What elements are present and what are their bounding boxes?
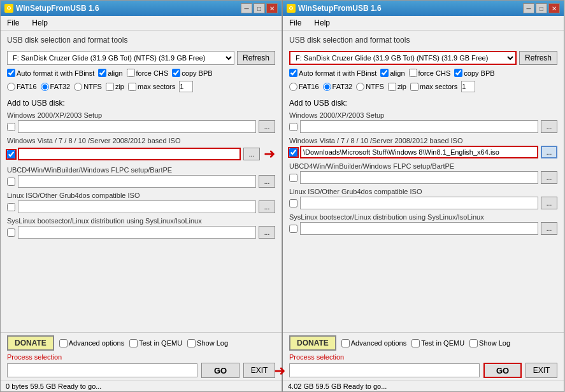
force-chs-checkbox[interactable] [409, 69, 417, 77]
iso-input-4[interactable] [18, 226, 256, 239]
max-sectors-input[interactable] [179, 81, 193, 92]
align-checkbox[interactable] [98, 69, 106, 77]
zip-checkbox[interactable] [388, 83, 396, 91]
force-chs-checkbox[interactable] [127, 69, 135, 77]
iso-input-1[interactable] [18, 148, 241, 160]
iso-browse-button-4[interactable]: ... [259, 226, 275, 239]
align-label[interactable]: align [380, 69, 404, 77]
menu-item-help[interactable]: Help [29, 17, 50, 29]
go-button[interactable]: GO [483, 363, 522, 378]
fat32-radio[interactable] [323, 83, 331, 91]
advanced-options-label[interactable]: Advanced options [59, 339, 124, 347]
disk-dropdown[interactable]: F: SanDisk Cruzer Glide (31.9 GB Tot) (N… [7, 51, 234, 65]
iso-checkbox-0[interactable] [289, 123, 297, 131]
fat32-label[interactable]: FAT32 [323, 83, 353, 91]
show-log-checkbox[interactable] [187, 339, 196, 347]
copy-bpb-checkbox[interactable] [172, 69, 180, 77]
iso-checkbox-2[interactable] [289, 174, 297, 182]
iso-checkbox-3[interactable] [7, 203, 15, 211]
iso-input-3[interactable] [300, 197, 538, 209]
auto-format-checkbox[interactable] [7, 69, 15, 77]
zip-label[interactable]: zip [388, 83, 406, 91]
iso-browse-button-0[interactable]: ... [259, 120, 275, 133]
menu-item-file[interactable]: File [4, 17, 22, 29]
zip-checkbox[interactable] [106, 83, 114, 91]
menu-item-file[interactable]: File [287, 17, 304, 29]
iso-checkbox-1[interactable] [289, 148, 297, 157]
fat32-label[interactable]: FAT32 [41, 83, 71, 91]
iso-checkbox-4[interactable] [7, 228, 15, 237]
close-button[interactable]: ✕ [266, 3, 278, 13]
iso-browse-button-0[interactable]: ... [541, 120, 557, 133]
ntfs-radio[interactable] [74, 83, 82, 91]
test-qemu-label[interactable]: Test in QEMU [129, 339, 182, 347]
fat16-radio[interactable] [289, 83, 297, 91]
exit-button[interactable]: EXIT [243, 363, 275, 378]
advanced-options-checkbox[interactable] [341, 339, 350, 347]
align-label[interactable]: align [98, 69, 122, 77]
iso-browse-button-1[interactable]: ... [243, 148, 260, 160]
auto-format-label[interactable]: Auto format it with FBinst [289, 69, 376, 77]
go-button[interactable]: GO [201, 363, 240, 378]
ntfs-label[interactable]: NTFS [74, 83, 102, 91]
show-log-label[interactable]: Show Log [187, 339, 228, 347]
refresh-button[interactable]: Refresh [519, 51, 557, 65]
iso-input-2[interactable] [18, 175, 256, 188]
ntfs-radio[interactable] [356, 83, 364, 91]
donate-button[interactable]: DONATE [7, 335, 54, 351]
max-sectors-checkbox[interactable] [410, 83, 418, 91]
iso-browse-button-2[interactable]: ... [541, 171, 557, 184]
disk-dropdown[interactable]: F: SanDisk Cruzer Glide (31.9 GB Tot) (N… [289, 51, 517, 65]
show-log-checkbox[interactable] [469, 339, 478, 347]
auto-format-checkbox[interactable] [289, 69, 297, 77]
force-chs-label[interactable]: force CHS [127, 69, 169, 77]
force-chs-label[interactable]: force CHS [409, 69, 451, 77]
refresh-button[interactable]: Refresh [237, 51, 275, 65]
fat16-radio[interactable] [7, 83, 15, 91]
iso-input-3[interactable] [18, 200, 256, 213]
show-log-label[interactable]: Show Log [469, 339, 510, 347]
minimize-button[interactable]: ─ [241, 3, 252, 13]
iso-input-0[interactable] [300, 120, 538, 133]
test-qemu-checkbox[interactable] [411, 339, 420, 347]
iso-browse-button-4[interactable]: ... [541, 222, 557, 235]
advanced-options-label[interactable]: Advanced options [341, 339, 406, 347]
advanced-options-checkbox[interactable] [59, 339, 68, 347]
fat16-label[interactable]: FAT16 [289, 83, 319, 91]
ntfs-label[interactable]: NTFS [356, 83, 384, 91]
max-sectors-label[interactable]: max sectors [410, 83, 457, 91]
menu-item-help[interactable]: Help [311, 17, 333, 29]
exit-button[interactable]: EXIT [526, 363, 557, 378]
iso-checkbox-2[interactable] [7, 178, 15, 186]
iso-browse-button-3[interactable]: ... [541, 197, 557, 209]
fat16-label[interactable]: FAT16 [7, 83, 37, 91]
iso-input-1[interactable] [300, 146, 538, 158]
align-checkbox[interactable] [380, 69, 389, 77]
test-qemu-label[interactable]: Test in QEMU [411, 339, 464, 347]
close-button[interactable]: ✕ [548, 3, 560, 13]
auto-format-label[interactable]: Auto format it with FBinst [7, 69, 94, 77]
iso-checkbox-1[interactable] [7, 150, 15, 158]
iso-input-0[interactable] [18, 120, 256, 133]
iso-checkbox-0[interactable] [7, 123, 15, 131]
max-sectors-checkbox[interactable] [128, 83, 136, 91]
maximize-button[interactable]: □ [254, 3, 265, 13]
iso-browse-button-3[interactable]: ... [259, 200, 275, 213]
iso-checkbox-4[interactable] [289, 225, 297, 233]
max-sectors-label[interactable]: max sectors [128, 83, 175, 91]
copy-bpb-label[interactable]: copy BPB [454, 69, 494, 77]
iso-checkbox-3[interactable] [289, 199, 297, 207]
iso-browse-button-1[interactable]: ... [541, 146, 557, 158]
minimize-button[interactable]: ─ [523, 3, 534, 13]
iso-input-4[interactable] [300, 222, 538, 235]
copy-bpb-label[interactable]: copy BPB [172, 69, 212, 77]
iso-input-2[interactable] [300, 171, 538, 184]
max-sectors-input[interactable] [461, 81, 475, 92]
iso-browse-button-2[interactable]: ... [259, 175, 275, 188]
fat32-radio[interactable] [41, 83, 49, 91]
copy-bpb-checkbox[interactable] [454, 69, 462, 77]
donate-button[interactable]: DONATE [289, 335, 336, 351]
test-qemu-checkbox[interactable] [129, 339, 138, 347]
zip-label[interactable]: zip [106, 83, 124, 91]
maximize-button[interactable]: □ [536, 3, 547, 13]
